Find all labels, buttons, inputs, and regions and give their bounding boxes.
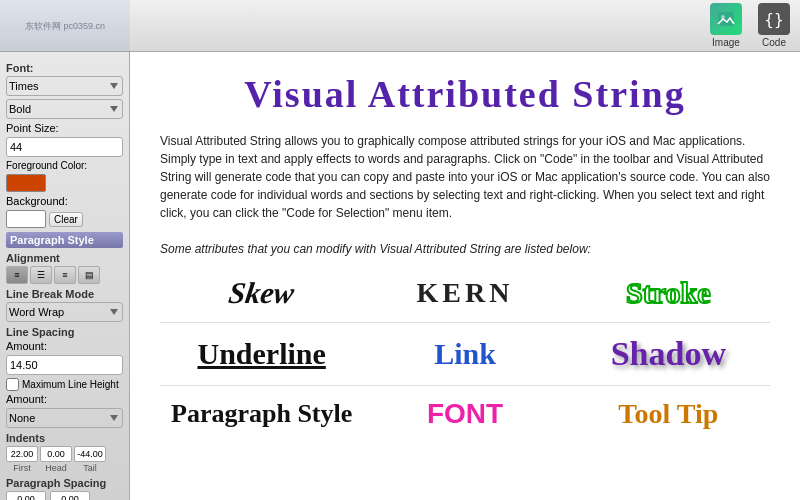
paragraph-style-header: Paragraph Style [6,232,123,248]
feature-row-2: Underline Link Shadow [160,335,770,373]
point-size-label: Point Size: [6,122,59,134]
max-amount-select[interactable]: None [6,408,123,428]
description-paragraph-2: Some attributes that you can modify with… [160,240,770,258]
foreground-color-swatch[interactable] [6,174,46,192]
feature-kern: Kern [363,277,566,309]
background-label: Background: [6,195,68,207]
point-size-input[interactable] [6,137,123,157]
font-weight-select[interactable]: Bold [6,99,123,119]
foreground-label: Foreground Color: [6,160,87,171]
line-spacing-input[interactable] [6,355,123,375]
page-title: Visual Attributed String [160,72,770,116]
alignment-label: Alignment [6,252,123,264]
main-area: Font: Times Bold Point Size: Foreground … [0,52,800,500]
indents-row: First Head Tail [6,446,123,473]
spacing-after-input[interactable] [50,491,90,500]
max-line-height-label: Maximum Line Height [22,379,119,390]
feature-tooltip: Tool Tip [567,398,770,430]
feature-shadow: Shadow [567,335,770,373]
amount-label: Amount: [6,340,47,352]
font-label: Font: [6,62,123,74]
align-left-button[interactable]: ≡ [6,266,28,284]
line-break-label: Line Break Mode [6,288,123,300]
line-spacing-label: Line Spacing [6,326,123,338]
indent-head-label: Head [45,463,67,473]
image-toolbar-label: Image [712,37,740,48]
code-toolbar-label: Code [762,37,786,48]
feature-paragraph: Paragraph Style [160,399,363,429]
paragraph-spacing-label: Paragraph Spacing [6,477,123,489]
features-grid: Skew Kern Stroke Underline Link [160,276,770,430]
indent-tail-input[interactable] [74,446,106,462]
image-toolbar-button[interactable]: Image [710,3,742,48]
content-area: Visual Attributed String Visual Attribut… [130,52,800,500]
clear-button[interactable]: Clear [49,212,83,227]
indents-label: Indents [6,432,123,444]
feature-row-1: Skew Kern Stroke [160,276,770,310]
feature-row-3: Paragraph Style FONT Tool Tip [160,398,770,430]
divider-2 [160,385,770,386]
toolbar: 东软件网 pc0359.cn Image {} Code [0,0,800,52]
sidebar: Font: Times Bold Point Size: Foreground … [0,52,130,500]
spacing-before-input[interactable] [6,491,46,500]
feature-skew: Skew [160,276,363,310]
font-family-select[interactable]: Times [6,76,123,96]
align-justify-button[interactable]: ▤ [78,266,100,284]
code-icon: {} [758,3,790,35]
indent-head-input[interactable] [40,446,72,462]
line-break-select[interactable]: Word Wrap [6,302,123,322]
background-color-swatch[interactable] [6,210,46,228]
description-paragraph-1: Visual Attributed String allows you to g… [160,132,770,222]
spacing-row: Before After [6,491,123,500]
alignment-buttons: ≡ ☰ ≡ ▤ [6,266,123,284]
feature-font: FONT [363,398,566,430]
feature-stroke: Stroke [567,276,770,310]
divider-1 [160,322,770,323]
indent-first-label: First [13,463,31,473]
feature-link: Link [363,337,566,371]
indent-first-input[interactable] [6,446,38,462]
watermark: 东软件网 pc0359.cn [0,0,130,52]
align-right-button[interactable]: ≡ [54,266,76,284]
code-toolbar-button[interactable]: {} Code [758,3,790,48]
max-line-height-checkbox[interactable] [6,378,19,391]
max-amount-label: Amount: [6,393,47,405]
feature-underline: Underline [160,337,363,371]
image-icon [710,3,742,35]
svg-rect-0 [718,12,734,26]
indent-tail-label: Tail [83,463,97,473]
align-center-button[interactable]: ☰ [30,266,52,284]
